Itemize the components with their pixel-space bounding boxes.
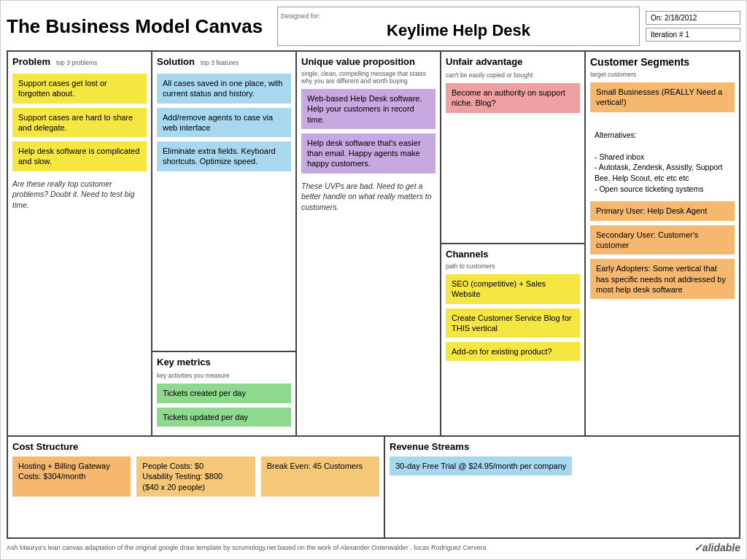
unfair-channels: Unfair advantage can't be easily copied … xyxy=(441,52,586,435)
cost-structure-header: Cost Structure xyxy=(12,441,379,452)
cost-structure-items: Hosting + Billing Gateway Costs: $304/mo… xyxy=(12,456,379,501)
on-label: On: xyxy=(651,14,662,22)
revenue-sticky-1: 30-day Free Trial @ $24.95/month per com… xyxy=(390,456,572,475)
top-header: The Business Model Canvas Designed for: … xyxy=(7,7,740,46)
problem-sticky-2: Support cases are hard to share and dele… xyxy=(12,108,147,138)
on-value: 2/18/2012 xyxy=(665,14,697,22)
cost-sticky-3: Break Even: 45 Customers xyxy=(261,456,379,497)
solution-sticky-2: Add/remove agents to case via web interf… xyxy=(157,108,291,138)
customer-segments-header: Customer Segments xyxy=(590,56,689,68)
footer: Ash Maurya's lean canvas adaptation of t… xyxy=(7,542,740,553)
solution-header: Solution xyxy=(157,56,195,67)
problem-header: Problem xyxy=(12,56,50,67)
designed-for-value: Keylime Help Desk xyxy=(387,21,530,40)
customer-segments-sticky-2: Primary User: Help Desk Agent xyxy=(590,201,735,220)
uvp-sticky-2: Help desk software that's easier than em… xyxy=(301,133,436,174)
designed-for-box: Designed for: Keylime Help Desk xyxy=(277,7,640,46)
uvp-subheader: single, clean, compelling message that s… xyxy=(301,70,436,85)
key-metrics-sticky-1: Tickets created per day xyxy=(157,384,291,402)
unfair-advantage-section: Unfair advantage can't be easily copied … xyxy=(441,52,584,244)
cost-sticky-2: People Costs: $0 Usability Testing: $800… xyxy=(136,456,255,497)
channels-sticky-3: Add-on for existing product? xyxy=(446,342,580,361)
alternatives-detail: - Shared inbox - Autotask, Zendesk, Assi… xyxy=(595,152,722,193)
validable-logo: ✓alidable xyxy=(694,542,740,553)
problem-italic-note: Are these really top customer problems? … xyxy=(12,179,147,211)
channels-section: Channels path to customers SEO (competit… xyxy=(441,244,584,435)
key-metrics-header: Key metrics xyxy=(157,357,211,368)
date-iteration-box: On: 2/18/2012 Iteration # 1 xyxy=(646,11,740,42)
iteration-value: 1 xyxy=(685,31,689,39)
designed-for-label: Designed for: xyxy=(278,12,320,20)
cost-structure-section: Cost Structure Hosting + Billing Gateway… xyxy=(8,437,385,537)
unfair-advantage-sticky-1: Become an authority on support niche. Bl… xyxy=(446,83,580,113)
problem-section: Problem top 3 problems Support cases get… xyxy=(8,52,152,435)
uvp-header: Unique value proposition xyxy=(301,56,415,67)
key-metrics-sticky-2: Tickets updated per day xyxy=(157,408,291,427)
solution-sticky-1: All cases saved in one place, with curre… xyxy=(157,74,291,104)
canvas-wrapper: The Business Model Canvas Designed for: … xyxy=(0,0,747,560)
main-content: Problem top 3 problems Support cases get… xyxy=(7,50,740,539)
channels-header: Channels xyxy=(446,249,489,260)
footer-text: Ash Maurya's lean canvas adaptation of t… xyxy=(7,544,486,551)
canvas-title: The Business Model Canvas xyxy=(7,15,263,38)
channels-sticky-1: SEO (competitive) + Sales Website xyxy=(446,274,580,304)
key-metrics-subheader: key activities you measure xyxy=(157,372,291,379)
main-row: Problem top 3 problems Support cases get… xyxy=(8,52,739,435)
customer-segments-sticky-4: Early Adopters: Some vertical that has s… xyxy=(590,259,735,299)
customer-segments-section: Customer Segments target customers Small… xyxy=(586,52,739,435)
unfair-advantage-subheader: can't be easily copied or bought xyxy=(446,71,580,79)
iteration-label: Iteration # xyxy=(651,31,683,39)
channels-sticky-2: Create Customer Service Blog for THIS ve… xyxy=(446,308,580,338)
problem-sticky-3: Help desk software is complicated and sl… xyxy=(12,141,147,171)
solution-section: Solution top 3 features All cases saved … xyxy=(152,52,295,352)
problem-subheader: top 3 problems xyxy=(56,59,97,66)
uvp-sticky-1: Web-based Help Desk software. Help your … xyxy=(301,89,436,129)
solution-sticky-3: Eliminate extra fields. Keyboard shortcu… xyxy=(157,141,291,171)
revenue-streams-header: Revenue Streams xyxy=(390,441,735,452)
problem-sticky-1: Support cases get lost or forgotten abou… xyxy=(12,74,147,104)
key-metrics-section: Key metrics key activities you measure T… xyxy=(152,352,295,435)
uvp-italic-note: These UVPs are bad. Need to get a better… xyxy=(301,181,436,213)
unfair-advantage-header: Unfair advantage xyxy=(446,56,522,67)
alternatives-text: Alternatives: - Shared inbox - Autotask,… xyxy=(590,117,735,198)
iteration-box: Iteration # 1 xyxy=(646,28,740,42)
customer-segments-sticky-3: Secondary User: Customer's customer xyxy=(590,225,735,255)
solution-subheader: top 3 features xyxy=(201,59,239,66)
channels-subheader: path to customers xyxy=(446,262,580,270)
solution-key-metrics: Solution top 3 features All cases saved … xyxy=(152,52,297,435)
customer-segments-subheader: target customers xyxy=(590,71,735,78)
uvp-section: Unique value proposition single, clean, … xyxy=(297,52,441,435)
bottom-row: Cost Structure Hosting + Billing Gateway… xyxy=(8,435,739,537)
revenue-streams-section: Revenue Streams 30-day Free Trial @ $24.… xyxy=(385,437,739,537)
alternatives-label: Alternatives: xyxy=(595,131,637,139)
cost-sticky-1: Hosting + Billing Gateway Costs: $304/mo… xyxy=(12,456,131,497)
customer-segments-sticky-1: Small Businesses (REALLY Need a vertical… xyxy=(590,82,735,112)
date-box: On: 2/18/2012 xyxy=(646,11,740,25)
